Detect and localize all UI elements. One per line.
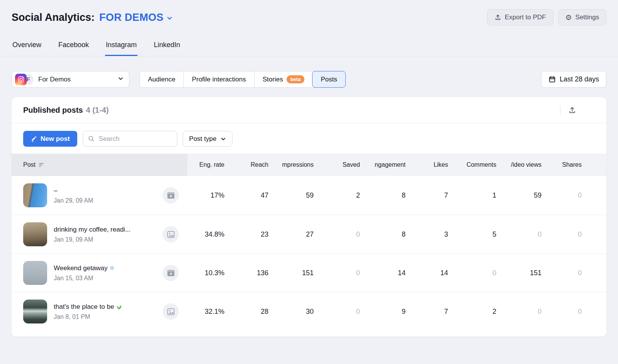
segment-label: Audience	[148, 76, 175, 83]
column-header-saved[interactable]: Saved	[314, 154, 360, 176]
instagram-icon	[15, 74, 27, 85]
account-selector[interactable]: F For Demos	[12, 71, 129, 88]
post-date: Jan 8, 01 PM	[54, 313, 122, 320]
metric-shares: 0	[542, 308, 582, 316]
column-header-likes[interactable]: Likes	[406, 154, 448, 176]
post-cell: –Jan 29, 09 AM	[12, 176, 187, 215]
export-table-button[interactable]	[568, 106, 576, 114]
post-thumbnail[interactable]	[23, 261, 47, 285]
post-title-text: drinking my coffee, readi...	[54, 226, 131, 234]
search-input[interactable]	[83, 131, 177, 147]
column-label: Shares	[562, 161, 582, 168]
segment-audience[interactable]: Audience	[140, 71, 183, 87]
column-header-mpressions[interactable]: mpressions	[268, 154, 314, 176]
export-to-pdf-button[interactable]: Export to PDF	[487, 9, 553, 25]
table-row: drinking my coffee, readi...Jan 19, 09 A…	[12, 215, 606, 253]
segment-profile-interactions[interactable]: Profile interactions	[183, 71, 254, 87]
post-thumbnail[interactable]	[23, 222, 47, 246]
post-type-dropdown[interactable]: Post type	[183, 131, 233, 147]
post-date: Jan 15, 03 AM	[54, 275, 115, 282]
new-post-label: New post	[41, 135, 70, 143]
column-header-shares[interactable]: Shares	[542, 154, 582, 176]
date-range-label: Last 28 days	[560, 75, 599, 83]
table-row: Weekend getaway❄Jan 15, 03 AM 10.3%13615…	[12, 253, 606, 292]
card-header: Published posts 4 (1-4)	[12, 97, 606, 123]
herb-emoji	[116, 303, 122, 310]
metric-comments: 0	[448, 269, 496, 277]
segment-label: Posts	[321, 76, 337, 83]
image-photo-icon	[167, 308, 175, 316]
chevron-down-icon	[118, 76, 124, 83]
post-title-text: –	[54, 187, 57, 195]
post-cell: that's the place to be Jan 8, 01 PM	[12, 292, 187, 331]
segment-posts[interactable]: Posts	[312, 71, 346, 88]
column-header-comments[interactable]: Comments	[448, 154, 496, 176]
post-title-text: that's the place to be	[54, 303, 114, 311]
column-header-eng-rate[interactable]: Eng. rate	[187, 154, 224, 176]
tab-instagram[interactable]: Instagram	[105, 37, 138, 56]
metric-reach: 23	[224, 230, 268, 239]
metric-reach: 136	[224, 269, 268, 277]
table-row: that's the place to be Jan 8, 01 PM 32.1…	[12, 292, 606, 330]
metric-comments: 5	[448, 230, 496, 239]
image-photo-icon	[167, 230, 175, 239]
new-post-button[interactable]: New post	[23, 131, 77, 147]
metric-saved: 0	[314, 269, 360, 277]
metric--ideo-views: 0	[496, 308, 542, 316]
column-label: Saved	[343, 161, 360, 168]
project-name: FOR DEMOS	[99, 12, 163, 24]
divider	[560, 105, 560, 115]
card-title: Published posts	[23, 106, 83, 115]
table-row: –Jan 29, 09 AM 17%47592871590	[12, 176, 606, 215]
metric--ideo-views: 151	[496, 269, 542, 277]
metric-likes: 7	[406, 308, 448, 316]
video-reel-icon	[167, 269, 175, 277]
column-header-reach[interactable]: Reach	[224, 154, 268, 176]
column-label: Comments	[467, 161, 496, 168]
metric-mpressions: 59	[268, 191, 314, 200]
metric-reach: 28	[224, 308, 268, 316]
post-thumbnail[interactable]	[23, 183, 47, 207]
snowflake-emoji: ❄	[110, 264, 115, 272]
table-body: –Jan 29, 09 AM 17%47592871590drinking my…	[12, 176, 606, 330]
tab-overview[interactable]: Overview	[12, 37, 42, 56]
column-header--ideo-views[interactable]: /ideo views	[496, 154, 542, 176]
column-header-post[interactable]: Post	[12, 154, 187, 176]
post-title[interactable]: Weekend getaway❄	[54, 264, 115, 272]
metric-likes: 14	[406, 269, 448, 277]
segmented-control: AudienceProfile interactionsStoriesbetaP…	[139, 71, 346, 88]
chevron-down-icon	[166, 15, 173, 21]
metric-mpressions: 151	[268, 269, 314, 277]
post-thumbnail[interactable]	[23, 300, 47, 323]
metric-saved: 0	[314, 230, 360, 239]
metric-shares: 0	[542, 269, 582, 277]
card-count: 4 (1-4)	[86, 106, 109, 115]
metric-ngagement: 8	[360, 230, 406, 239]
settings-button[interactable]: ⚙ Settings	[558, 9, 606, 25]
table-header-row: Post Eng. rateReachmpressionsSavedngagem…	[12, 154, 606, 176]
tabs: OverviewFacebookInstagramLinkedIn	[12, 37, 606, 56]
segment-stories[interactable]: Storiesbeta	[254, 71, 313, 87]
search-icon	[88, 135, 95, 142]
post-title[interactable]: drinking my coffee, readi...	[54, 226, 131, 234]
tab-linkedin[interactable]: LinkedIn	[153, 37, 181, 56]
calendar-icon	[548, 76, 556, 83]
metric-eng-rate: 32.1%	[187, 308, 224, 316]
post-title-text: Weekend getaway	[54, 264, 108, 272]
metric-comments: 2	[448, 308, 496, 316]
post-cell: Weekend getaway❄Jan 15, 03 AM	[12, 254, 187, 292]
project-selector[interactable]: FOR DEMOS	[99, 12, 173, 24]
card-bottom-padding	[12, 330, 606, 337]
metric-ngagement: 9	[360, 308, 406, 316]
metric-shares: 0	[542, 230, 582, 239]
post-title[interactable]: –	[54, 187, 93, 195]
image-post-type-icon	[163, 226, 179, 242]
tab-facebook[interactable]: Facebook	[58, 37, 90, 56]
metric-saved: 0	[314, 308, 360, 316]
post-title[interactable]: that's the place to be	[54, 303, 122, 311]
export-to-pdf-label: Export to PDF	[505, 14, 546, 21]
column-header-ngagement[interactable]: ngagement	[360, 154, 406, 176]
date-range-button[interactable]: Last 28 days	[541, 71, 606, 88]
video-post-type-icon	[163, 187, 179, 203]
beta-badge: beta	[287, 75, 305, 83]
